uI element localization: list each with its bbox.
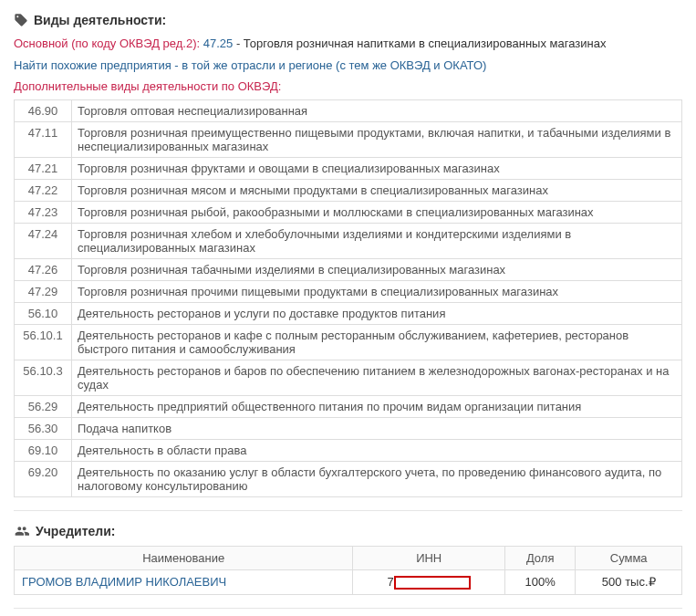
table-row: 47.11Торговля розничная преимущественно …: [15, 121, 682, 157]
okved-code: 47.21: [15, 157, 72, 179]
table-row: 47.24Торговля розничная хлебом и хлебобу…: [15, 223, 682, 258]
okved-code: 56.29: [15, 395, 72, 417]
additional-activities-label: Дополнительные виды деятельности по ОКВЭ…: [14, 78, 682, 96]
founder-inn-cell: 7: [353, 569, 505, 594]
table-row: 69.10Деятельность в области права: [15, 439, 682, 461]
okved-desc: Торговля розничная фруктами и овощами в …: [72, 157, 682, 179]
okved-desc: Деятельность по оказанию услуг в области…: [72, 461, 682, 496]
table-row: 69.20Деятельность по оказанию услуг в об…: [15, 461, 682, 496]
okved-desc: Торговля оптовая неспециализированная: [72, 99, 682, 121]
founders-title: Учредители:: [36, 524, 115, 538]
table-row: 47.26Торговля розничная табачными издели…: [15, 258, 682, 280]
table-row: 56.10.1Деятельность ресторанов и кафе с …: [15, 324, 682, 360]
inn-redacted: [394, 576, 471, 590]
okved-desc: Торговля розничная мясом и мясными проду…: [72, 179, 682, 201]
okved-code: 47.11: [15, 121, 72, 157]
okved-desc: Торговля розничная табачными изделиями в…: [72, 258, 682, 280]
table-row: 47.21Торговля розничная фруктами и овоща…: [15, 157, 682, 179]
okved-code: 47.22: [15, 179, 72, 201]
okved-desc: Деятельность в области права: [72, 439, 682, 461]
table-row: 46.90Торговля оптовая неспециализированн…: [15, 99, 682, 121]
founder-sum-cell: 500 тыс.₽: [576, 569, 682, 594]
activities-header: Виды деятельности:: [14, 13, 682, 27]
similar-line: Найти похожие предприятия - в той же отр…: [14, 57, 682, 75]
divider: [14, 608, 682, 609]
okved-desc: Подача напитков: [72, 417, 682, 439]
main-activity-code-link[interactable]: 47.25: [203, 37, 234, 50]
founders-table: Наименование ИНН Доля Сумма ГРОМОВ ВЛАДИ…: [14, 546, 682, 595]
activities-title: Виды деятельности:: [34, 13, 166, 27]
table-row: 56.10.3Деятельность ресторанов и баров п…: [15, 360, 682, 395]
okved-code: 56.10.1: [15, 324, 72, 360]
col-share: Доля: [505, 546, 576, 569]
divider: [14, 510, 682, 511]
okved-code: 56.10.3: [15, 360, 72, 395]
main-activity-line: Основной (по коду ОКВЭД ред.2): 47.25 - …: [14, 35, 682, 53]
table-row: 47.29Торговля розничная прочими пищевыми…: [15, 280, 682, 302]
okved-code: 69.20: [15, 461, 72, 496]
tag-icon: [14, 13, 28, 27]
okved-code: 56.30: [15, 417, 72, 439]
okved-code: 47.23: [15, 201, 72, 223]
col-name: Наименование: [15, 546, 353, 569]
table-row: 47.22Торговля розничная мясом и мясными …: [15, 179, 682, 201]
table-row: 56.10Деятельность ресторанов и услуги по…: [15, 302, 682, 324]
okved-code: 47.26: [15, 258, 72, 280]
main-activity-desc: - Торговля розничная напитками в специал…: [236, 37, 606, 50]
okved-code: 47.29: [15, 280, 72, 302]
inn-prefix: 7: [388, 575, 394, 589]
okved-desc: Деятельность ресторанов и кафе с полным …: [72, 324, 682, 360]
okved-code: 69.10: [15, 439, 72, 461]
founders-header: Учредители:: [14, 524, 682, 538]
okved-desc: Деятельность ресторанов и баров по обесп…: [72, 360, 682, 395]
okved-table: 46.90Торговля оптовая неспециализированн…: [14, 99, 682, 497]
founder-name-cell: ГРОМОВ ВЛАДИМИР НИКОЛАЕВИЧ: [15, 569, 353, 594]
okved-desc: Деятельность предприятий общественного п…: [72, 395, 682, 417]
table-row: 47.23Торговля розничная рыбой, ракообраз…: [15, 201, 682, 223]
okved-desc: Деятельность ресторанов и услуги по дост…: [72, 302, 682, 324]
founder-share-cell: 100%: [505, 569, 576, 594]
users-icon: [14, 524, 30, 538]
table-row: 56.29Деятельность предприятий общественн…: [15, 395, 682, 417]
okved-desc: Торговля розничная прочими пищевыми прод…: [72, 280, 682, 302]
main-activity-label: Основной (по коду ОКВЭД ред.2):: [14, 37, 200, 50]
okved-code: 56.10: [15, 302, 72, 324]
okved-desc: Торговля розничная преимущественно пищев…: [72, 121, 682, 157]
founder-name-link[interactable]: ГРОМОВ ВЛАДИМИР НИКОЛАЕВИЧ: [22, 575, 226, 589]
okved-code: 46.90: [15, 99, 72, 121]
okved-desc: Торговля розничная хлебом и хлебобулочны…: [72, 223, 682, 258]
okved-code: 47.24: [15, 223, 72, 258]
similar-companies-link[interactable]: Найти похожие предприятия - в той же отр…: [14, 58, 486, 72]
table-row: ГРОМОВ ВЛАДИМИР НИКОЛАЕВИЧ7100%500 тыс.₽: [15, 569, 682, 594]
col-inn: ИНН: [353, 546, 505, 569]
okved-desc: Торговля розничная рыбой, ракообразными …: [72, 201, 682, 223]
col-sum: Сумма: [576, 546, 682, 569]
table-row: 56.30Подача напитков: [15, 417, 682, 439]
